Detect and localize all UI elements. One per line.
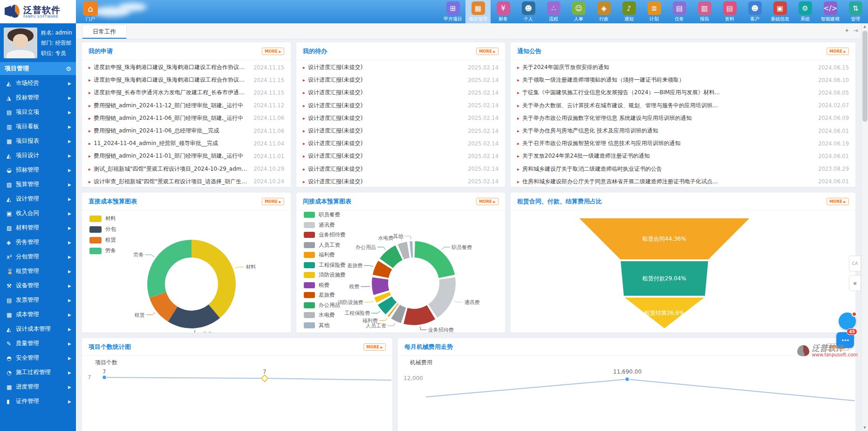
legend-item-劳务[interactable]: 劳务 (89, 247, 116, 254)
key-icon[interactable]: ✦ (844, 27, 849, 34)
nav-item-任务[interactable]: ▤任务 (667, 0, 692, 23)
more-button[interactable]: MORE (476, 198, 499, 205)
list-item[interactable]: ▸设计进度汇报(未提交)2025.02.14 (303, 175, 499, 187)
list-item[interactable]: ▸设计进度汇报(未提交)2025.02.14 (303, 99, 499, 112)
sidebar-item-租赁管理[interactable]: ⌛租赁管理▶ (0, 264, 76, 278)
legend-item-人员工资[interactable]: 人员工资 (304, 242, 346, 249)
list-item[interactable]: ▸于征集《中国建筑施工行业信息化发展报告（2024）—BIM应用与发展》材料..… (517, 86, 849, 99)
sidebar-item-发票管理[interactable]: ▤发票管理▶ (0, 293, 76, 307)
list-item[interactable]: ▸关于召开市政公用设施智慧化管理 信息技术与应用培训班的通知2024.06.19 (517, 137, 849, 150)
sidebar-item-项目报表[interactable]: ▦项目报表▶ (0, 134, 76, 148)
legend-item-业务招待费[interactable]: 业务招待费 (304, 231, 346, 238)
list-item[interactable]: ▸设计进度汇报(未提交)2025.02.14 (303, 150, 499, 162)
legend-item-差旅费[interactable]: 差旅费 (304, 292, 346, 299)
donut-slice-业务招待费[interactable] (403, 305, 435, 325)
nav-item-流程[interactable]: ∴流程 (541, 0, 566, 23)
sidebar-item-市场经营[interactable]: ◭市场经营▶ (0, 76, 76, 90)
list-item[interactable]: ▸设计进度汇报(未提交)2025.02.14 (303, 74, 499, 86)
nav-item-通知[interactable]: ♪通知 (616, 0, 642, 23)
data-point-marker[interactable] (261, 375, 268, 382)
sidebar-item-设备管理[interactable]: ⚒设备管理▶ (0, 278, 76, 293)
tab-daily-work[interactable]: 日常工作 (82, 25, 127, 39)
sidebar-item-材料管理[interactable]: ▨材料管理▶ (0, 221, 76, 235)
sidebar-item-分包管理[interactable]: x²分包管理▶ (0, 250, 76, 264)
list-item[interactable]: ▸设计进度汇报(未提交)2025.02.14 (303, 125, 499, 137)
data-point-marker[interactable] (625, 377, 629, 382)
legend-item-材料[interactable]: 材料 (89, 215, 116, 222)
list-item[interactable]: ▸设计审查_彭祖新城"四馆"景观工程设计项目_请选择_胡广生_2024-10-2… (89, 175, 284, 187)
sidebar-item-预算管理[interactable]: ▧预算管理▶ (0, 177, 76, 192)
list-item[interactable]: ▸11_2024-11-04_admin_经营部_领导审批__完成2024.11… (89, 137, 284, 150)
floating-widget-contact[interactable]: ◉ (849, 275, 861, 291)
legend-item-消防设施费[interactable]: 消防设施费 (304, 271, 346, 278)
sidebar-item-质量管理[interactable]: ✎质量管理▶ (0, 336, 76, 351)
sidebar-item-劳务管理[interactable]: ◈劳务管理▶ (0, 235, 76, 250)
list-item[interactable]: ▸设计进度汇报(未提交)2025.02.14 (303, 86, 499, 99)
nav-item-基础信息[interactable]: ▣基础信息 (767, 0, 793, 23)
sidebar-item-项目设计[interactable]: ◭项目设计▶ (0, 148, 76, 163)
list-item[interactable]: ▸关于举办市政公用设施数字化管理信息 系统建设与应用培训班的通知2024.06.… (517, 112, 849, 125)
list-item[interactable]: ▸设计进度汇报(未提交)2025.02.14 (303, 137, 499, 150)
legend-item-水电费[interactable]: 水电费 (304, 312, 346, 319)
list-item[interactable]: ▸设计进度汇报(未提交)2025.02.14 (303, 112, 499, 125)
sidebar-item-投标管理[interactable]: ◮投标管理▶ (0, 90, 76, 105)
list-item[interactable]: ▸关于发放2024年第24批一级建造师注册证书的通知2024.06.01 (517, 150, 849, 162)
list-item[interactable]: ▸设计进度汇报(未提交)2025.02.14 (303, 163, 499, 175)
donut-slice-人员工资[interactable] (391, 305, 406, 323)
legend-item-其他[interactable]: 其他 (304, 322, 346, 329)
more-button[interactable]: MORE (476, 48, 499, 55)
list-item[interactable]: ▸关于举办大数据、云计算技术在城市建设、规划、管理与服务中的应用培训班...20… (517, 99, 849, 112)
list-item[interactable]: ▸关于2024年国庆节放假安排的通知2024.06.15 (517, 61, 849, 74)
nav-item-个人[interactable]: ☻个人 (516, 0, 541, 23)
scroll-down-arrow[interactable]: ▼ (861, 424, 868, 431)
more-button[interactable]: MORE (262, 48, 284, 55)
gear-icon[interactable]: ⚙ (66, 65, 71, 72)
list-item[interactable]: ▸费用报销_admin_2024-11-06_总经理审批__完成2024.11.… (89, 125, 284, 137)
sidebar-item-成本管理[interactable]: ▦成本管理▶ (0, 307, 76, 322)
more-button[interactable]: MORE (827, 48, 849, 55)
list-item[interactable]: ▸进度款申报_珠海鹤港口建设_珠海鹤港口建设工程合作协议书_admin_...2… (89, 74, 284, 86)
nav-item-行政[interactable]: ◈行政 (591, 0, 616, 23)
list-item[interactable]: ▸住房和城乡建设部办公厅关于同意吉林省开展二级建造师注册证书电子化试点...20… (517, 175, 849, 187)
list-item[interactable]: ▸设计进度汇报(未提交)2025.02.14 (303, 61, 499, 74)
portal-home-button[interactable]: ⌂ 门户 (78, 1, 103, 23)
list-item[interactable]: ▸费用报销_admin_2024-11-12_部门经理审批_胡建,_运行中202… (89, 99, 284, 112)
list-item[interactable]: ▸房和城乡建设厅关于取消二级建造师临时执业证书的公告2023.08.29 (517, 163, 849, 175)
sidebar-item-进度管理[interactable]: ▦进度管理▶ (0, 380, 76, 394)
donut-slice-职员餐费[interactable] (415, 241, 455, 278)
legend-item-分包[interactable]: 分包 (89, 226, 116, 233)
sidebar-item-安全管理[interactable]: ◓安全管理▶ (0, 351, 76, 365)
list-item[interactable]: ▸进度款申报_珠海鹤港口建设_珠海鹤港口建设工程合作协议书_admin_...2… (89, 61, 284, 74)
legend-item-福利费[interactable]: 福利费 (304, 251, 346, 258)
nav-item-财务[interactable]: ¥财务 (491, 0, 516, 23)
donut-slice-材料[interactable] (191, 240, 236, 318)
list-item[interactable]: ▸关于领取一级注册建造师增项贴的通知（须持一建证书前来领取）2024.06.10 (517, 74, 849, 86)
nav-item-人事[interactable]: ☺人事 (566, 0, 591, 23)
legend-item-租赁[interactable]: 租赁 (89, 236, 116, 243)
sidebar-item-证件管理[interactable]: ▮证件管理▶ (0, 394, 76, 409)
scroll-up-arrow[interactable]: ▲ (861, 23, 868, 30)
legend-item-职员餐费[interactable]: 职员餐费 (304, 211, 346, 218)
sidebar-item-设计成本管理[interactable]: ◭设计成本管理▶ (0, 322, 76, 336)
sidebar-item-收入合同[interactable]: ▣收入合同▶ (0, 206, 76, 221)
floating-chat-button[interactable] (839, 313, 856, 330)
scrollbar-thumb[interactable] (862, 31, 868, 122)
data-point-marker[interactable] (103, 375, 107, 380)
sidebar-item-招标管理[interactable]: ◒招标管理▶ (0, 163, 76, 177)
more-button[interactable]: MORE (262, 198, 284, 205)
floating-widget-ca[interactable]: CA (849, 256, 861, 271)
donut-slice-通讯费[interactable] (428, 277, 456, 318)
sidebar-item-设计管理[interactable]: ◭设计管理▶ (0, 192, 76, 206)
legend-item-办公用品[interactable]: 办公用品 (304, 302, 346, 309)
legend-item-通讯费[interactable]: 通讯费 (304, 222, 346, 229)
nav-item-系统[interactable]: ⚙系统 (793, 0, 818, 23)
sidebar-item-施工过程管理[interactable]: ◔施工过程管理▶ (0, 365, 76, 380)
nav-item-项目管理[interactable]: ▦项目管理 (465, 0, 491, 23)
list-item[interactable]: ▸关于举办住房与房地产信息化 技术及应用培训班的通知2024.06.01 (517, 125, 849, 137)
nav-item-智能建模[interactable]: </>智能建模 (818, 0, 843, 23)
list-item[interactable]: ▸测试_彭祖新城"四馆"景观工程设计项目_2024-10-29_admin_结束… (89, 163, 284, 175)
donut-slice-其他[interactable] (410, 241, 413, 257)
list-item[interactable]: ▸费用报销_admin_2024-11-06_部门经理审批_胡建,_运行中202… (89, 112, 284, 125)
expand-icon[interactable]: ⇥ (853, 27, 858, 34)
list-item[interactable]: ▸进度款申报_长春市伊通河水力发电厂改建工程_长春市伊通河水力发电...2024… (89, 86, 284, 99)
